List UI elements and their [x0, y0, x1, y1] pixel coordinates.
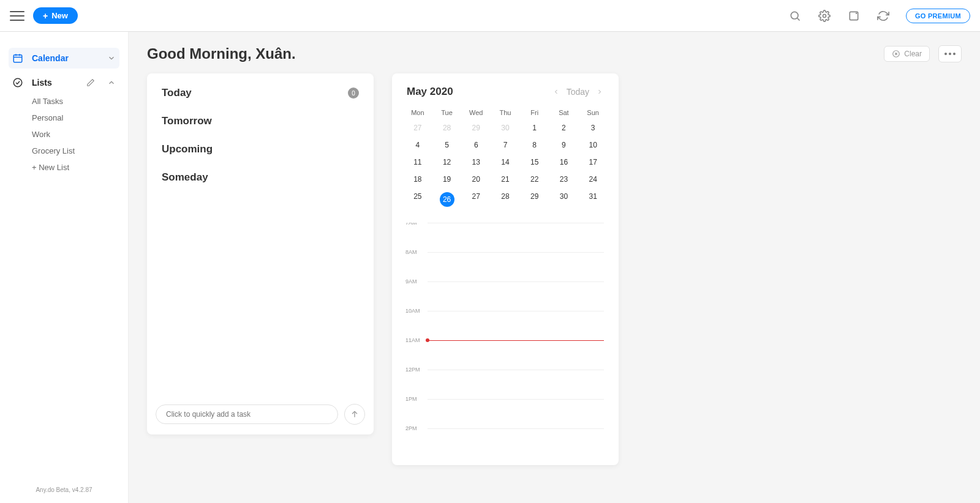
calendar-day[interactable]: 16 [549, 155, 579, 169]
calendar-day[interactable]: 18 [403, 173, 432, 186]
task-section[interactable]: Someday [162, 171, 359, 184]
sidebar-list-item[interactable]: Grocery List [9, 143, 119, 159]
task-section-title: Tomorrow [162, 115, 212, 127]
chevron-up-icon [107, 78, 116, 87]
calendar-dow: Sun [578, 109, 608, 116]
gear-icon[interactable] [818, 9, 831, 23]
calendar-day[interactable]: 29 [520, 190, 549, 209]
calendar-day[interactable]: 29 [461, 121, 491, 135]
calendar-dow: Fri [520, 109, 549, 116]
calendar-day[interactable]: 9 [549, 138, 579, 152]
calendar-day[interactable]: 27 [403, 121, 432, 135]
add-task-input[interactable] [156, 404, 338, 424]
popout-icon[interactable] [847, 9, 861, 23]
calendar-day[interactable]: 6 [461, 138, 491, 152]
task-section[interactable]: Tomorrow [162, 115, 359, 127]
hour-label: 8AM [405, 249, 417, 255]
hour-label: 10AM [405, 308, 420, 314]
search-icon[interactable] [788, 9, 802, 23]
timeline-hour[interactable]: 7AM [428, 223, 604, 252]
hour-label: 11AM [405, 337, 420, 343]
clear-label: Clear [904, 50, 922, 58]
sidebar-item-calendar[interactable]: Calendar [9, 48, 119, 69]
calendar-day[interactable]: 15 [520, 155, 549, 169]
tasks-card: Today0TomorrowUpcomingSomeday [147, 73, 374, 434]
timeline-hour[interactable]: 1PM [428, 399, 604, 428]
main: Good Morning, Xuân. Clear Today0Tomorr [129, 32, 980, 503]
calendar-day[interactable]: 11 [403, 155, 432, 169]
calendar-card: May 2020 Today MonTueWedThuFriSatSun [392, 73, 619, 465]
calendar-day[interactable]: 24 [578, 173, 608, 186]
calendar-dow: Sat [549, 109, 579, 116]
timeline-hour[interactable]: 12PM [428, 370, 604, 399]
timeline-hour[interactable]: 8AM [428, 252, 604, 281]
hour-label: 1PM [405, 396, 417, 402]
calendar-day[interactable]: 3 [578, 121, 608, 135]
calendar-day[interactable]: 17 [578, 155, 608, 169]
calendar-day[interactable]: 14 [491, 155, 520, 169]
calendar-day[interactable]: 20 [461, 173, 491, 186]
calendar-day[interactable]: 27 [461, 190, 491, 209]
timeline-hour[interactable]: 9AM [428, 281, 604, 311]
calendar-dow: Wed [461, 109, 491, 116]
new-button[interactable]: + New [33, 7, 78, 24]
svg-point-9 [13, 78, 22, 87]
sidebar-list-item[interactable]: Work [9, 126, 119, 143]
calendar-title: May 2020 [407, 86, 453, 98]
pencil-icon[interactable] [86, 78, 95, 87]
calendar-day[interactable]: 10 [578, 138, 608, 152]
now-indicator-dot [426, 338, 429, 342]
calendar-day[interactable]: 19 [432, 173, 462, 186]
timeline-hour[interactable]: 2PM [428, 428, 604, 458]
calendar-day[interactable]: 30 [491, 121, 520, 135]
task-section-title: Someday [162, 171, 208, 184]
calendar-day[interactable]: 28 [491, 190, 520, 209]
calendar-day[interactable]: 12 [432, 155, 462, 169]
clear-button[interactable]: Clear [884, 46, 930, 62]
calendar-day[interactable]: 22 [520, 173, 549, 186]
calendar-day[interactable]: 7 [491, 138, 520, 152]
timeline-hour[interactable]: 10AM [428, 311, 604, 340]
sidebar-list-item[interactable]: All Tasks [9, 93, 119, 110]
svg-rect-5 [13, 55, 22, 62]
calendar-day[interactable]: 21 [491, 173, 520, 186]
calendar-day[interactable]: 13 [461, 155, 491, 169]
sidebar-item-label: Calendar [32, 53, 69, 63]
calendar-dow: Tue [432, 109, 462, 116]
close-circle-icon [892, 50, 900, 58]
calendar-day[interactable]: 30 [549, 190, 579, 209]
timeline-hour[interactable]: 11AM [428, 340, 604, 370]
calendar-day[interactable]: 31 [578, 190, 608, 209]
refresh-icon[interactable] [876, 9, 890, 23]
calendar-day[interactable]: 25 [403, 190, 432, 209]
calendar-day[interactable]: 4 [403, 138, 432, 152]
task-section-title: Today [162, 87, 192, 99]
task-section[interactable]: Upcoming [162, 143, 359, 155]
hour-label: 7AM [405, 223, 417, 226]
svg-point-15 [953, 53, 956, 55]
app-version: Any.do Beta, v4.2.87 [0, 482, 128, 503]
sidebar-new-list[interactable]: + New List [9, 159, 119, 176]
task-section[interactable]: Today0 [162, 87, 359, 99]
menu-toggle[interactable] [10, 9, 24, 23]
add-task-submit[interactable] [344, 404, 365, 425]
more-button[interactable] [938, 45, 962, 62]
calendar-day[interactable]: 23 [549, 173, 579, 186]
go-premium-button[interactable]: GO PREMIUM [906, 9, 970, 23]
calendar-day[interactable]: 28 [432, 121, 462, 135]
sidebar-item-lists[interactable]: Lists [9, 72, 119, 93]
check-circle-icon [12, 77, 23, 88]
plus-icon: + [43, 12, 48, 20]
sidebar-item-label: Lists [32, 78, 52, 88]
today-button[interactable]: Today [567, 87, 589, 97]
calendar-day[interactable]: 2 [549, 121, 579, 135]
svg-line-1 [797, 18, 800, 20]
next-month[interactable] [595, 88, 604, 96]
calendar-day[interactable]: 26 [432, 190, 462, 209]
calendar-day[interactable]: 1 [520, 121, 549, 135]
prev-month[interactable] [552, 88, 560, 96]
task-section-title: Upcoming [162, 143, 213, 155]
calendar-day[interactable]: 8 [520, 138, 549, 152]
calendar-day[interactable]: 5 [432, 138, 462, 152]
sidebar-list-item[interactable]: Personal [9, 110, 119, 126]
